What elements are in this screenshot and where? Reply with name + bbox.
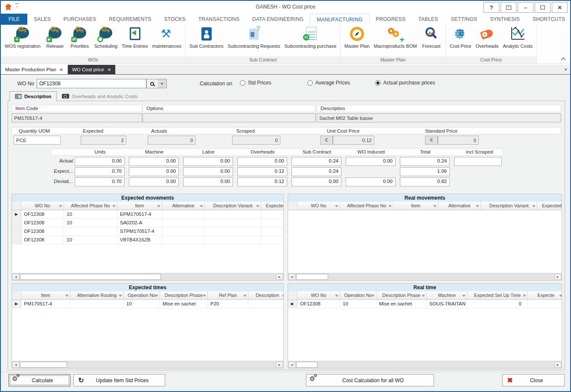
maximize-button[interactable] — [535, 2, 551, 13]
scheduling-button[interactable]: ⚙⚙ Scheduling — [92, 26, 119, 49]
matrix-cell[interactable]: 0.24 — [291, 167, 341, 176]
grid-column-header[interactable]: Item — [21, 291, 70, 299]
row-selector[interactable] — [12, 227, 21, 235]
grid-column-header[interactable]: Ref Plan — [208, 291, 248, 299]
matrix-cell[interactable]: 0.00 — [129, 177, 179, 186]
grid-column-header[interactable]: Description Variant — [481, 202, 537, 210]
scroll-left-icon[interactable]: ◄ — [12, 274, 19, 280]
tab-wo-cost-price[interactable]: WO Cost price✕ — [68, 65, 116, 74]
filter-funnel-icon[interactable] — [371, 295, 375, 297]
matrix-cell[interactable]: 0.12 — [237, 177, 287, 186]
grid-column-header[interactable]: WO No — [297, 291, 340, 299]
scroll-left-icon[interactable]: ◄ — [288, 274, 295, 280]
grid-column-header[interactable]: WO No — [297, 202, 340, 210]
expected-field[interactable] — [81, 136, 126, 145]
filter-funnel-icon[interactable] — [256, 205, 259, 207]
quantity-uom-field[interactable] — [14, 136, 61, 145]
search-button[interactable] — [146, 79, 158, 88]
row-selector[interactable]: ▶ — [288, 300, 297, 308]
scroll-right-icon[interactable]: ► — [554, 362, 561, 368]
grid-column-header[interactable]: Operation No — [124, 291, 160, 299]
tab-overheads-analytic-costs[interactable]: Overheads and Analytic Costs — [57, 91, 143, 101]
grid-column-header[interactable]: Description Phase — [160, 291, 208, 299]
menu-data-engineering[interactable]: DATA ENGINEERING — [246, 14, 310, 25]
scroll-left-icon[interactable]: ◄ — [288, 362, 295, 368]
filter-funnel-icon[interactable] — [203, 295, 206, 297]
filter-funnel-icon[interactable] — [155, 295, 158, 297]
matrix-cell[interactable]: 0.00 — [129, 167, 179, 176]
horizontal-scrollbar[interactable]: ◄ ► — [12, 361, 283, 368]
grid-column-header[interactable]: Machine — [427, 291, 467, 299]
filter-funnel-icon[interactable] — [200, 205, 203, 207]
grid-column-header[interactable]: Expected C — [537, 202, 562, 210]
matrix-cell[interactable]: 1.06 — [400, 167, 450, 176]
scroll-right-icon[interactable]: ► — [276, 362, 283, 368]
grid-column-header[interactable]: Affected Phase No — [64, 202, 117, 210]
matrix-cell[interactable]: 0.70 — [75, 177, 125, 186]
filter-funnel-icon[interactable] — [335, 205, 338, 207]
menu-manufacturing[interactable]: MANUFACTURING — [310, 14, 369, 25]
options-field[interactable] — [143, 113, 316, 122]
unit-cost-price-field[interactable] — [333, 136, 374, 145]
radio-std-prices[interactable]: Std Prices — [240, 80, 271, 86]
matrix-cell[interactable]: 0.12 — [237, 167, 287, 176]
menu-purchases[interactable]: PURCHASES — [57, 14, 102, 25]
forecast-button[interactable]: Forecast — [419, 26, 444, 49]
grid-column-header[interactable]: Description Phase — [376, 291, 427, 299]
time-entries-button[interactable]: Time Entries — [119, 26, 150, 49]
filter-funnel-icon[interactable] — [523, 295, 526, 297]
grid-column-header[interactable]: Item — [393, 202, 438, 210]
maintenances-button[interactable]: maintenances — [150, 26, 184, 49]
grid-column-header[interactable]: Description — [248, 291, 283, 299]
scrollbar-thumb[interactable] — [20, 274, 161, 280]
menu-sales[interactable]: SALES — [27, 14, 57, 25]
calculate-button[interactable]: Calculate — [9, 374, 70, 386]
scrollbar-thumb[interactable] — [20, 362, 67, 368]
help-button[interactable]: ? — [484, 2, 499, 13]
row-selector[interactable] — [12, 219, 21, 227]
matrix-cell[interactable]: 0.00 — [346, 157, 396, 166]
update-item-std-prices-button[interactable]: ↻ Update Item Std Prices — [73, 374, 165, 386]
matrix-cell[interactable]: 0.00 — [183, 177, 233, 186]
ribbon-pin-button[interactable]: ↑ — [501, 2, 516, 13]
grid-column-header[interactable]: Item — [117, 202, 162, 210]
menu-progress[interactable]: PROGRESS — [370, 14, 412, 25]
scraped-field[interactable] — [232, 136, 280, 145]
row-selector[interactable]: ▶ — [12, 300, 21, 308]
menu-stocks[interactable]: STOCKS — [157, 14, 192, 25]
close-window-button[interactable]: ✕ — [552, 2, 568, 13]
matrix-cell[interactable]: 0.00 — [183, 167, 233, 176]
sub-contractors-button[interactable]: Sub Contractors — [187, 26, 225, 49]
matrix-cell[interactable]: 0.70 — [75, 167, 125, 176]
actuals-field[interactable] — [148, 136, 195, 145]
filter-funnel-icon[interactable] — [65, 295, 69, 297]
table-row[interactable]: OF1230810VBTB4X16ZB — [12, 236, 283, 244]
matrix-cell[interactable]: 0.00 — [129, 157, 179, 166]
scroll-right-icon[interactable]: ► — [554, 274, 561, 280]
tab-master-production-plan[interactable]: Master Production Plan✕ — [1, 65, 68, 74]
filter-funnel-icon[interactable] — [388, 205, 392, 207]
filter-funnel-icon[interactable] — [532, 205, 536, 207]
table-row[interactable]: OF12308STPM170517-4 — [12, 227, 283, 236]
radio-actual-purchase-prices[interactable]: Actual purchase prices — [375, 80, 435, 86]
close-tab-icon[interactable]: ✕ — [60, 67, 63, 72]
master-plan-button[interactable]: Master Plan — [342, 26, 372, 49]
filter-funnel-icon[interactable] — [282, 295, 283, 297]
menu-transactions[interactable]: TRANSACTIONS — [192, 14, 246, 25]
matrix-cell[interactable]: 0.24 — [400, 157, 450, 166]
grid-column-header[interactable]: Affected Phase No — [340, 202, 393, 210]
row-selector[interactable] — [12, 236, 21, 244]
grid-column-header[interactable]: Alternative Routing — [70, 291, 124, 299]
subcontracting-purchase-button[interactable]: Subcontracting purchase — [282, 26, 338, 49]
menu-shortcuts[interactable]: SHORTCUTS — [526, 14, 571, 25]
matrix-cell[interactable]: 0.00 — [237, 157, 287, 166]
matrix-cell[interactable]: 0.00 — [183, 157, 233, 166]
analytic-costs-button[interactable]: Analytic Costs — [501, 26, 535, 49]
menu-file[interactable]: FILE — [1, 14, 27, 25]
cost-calculation-all-wo-button[interactable]: Cost Calculation for all WO — [306, 374, 434, 386]
menu-tables[interactable]: TABLES — [412, 14, 444, 25]
grid-column-header[interactable]: Description Variant — [205, 202, 261, 210]
filter-funnel-icon[interactable] — [59, 205, 62, 207]
close-tab-icon[interactable]: ✕ — [108, 67, 111, 72]
menu-settings[interactable]: SETTINGS — [445, 14, 484, 25]
